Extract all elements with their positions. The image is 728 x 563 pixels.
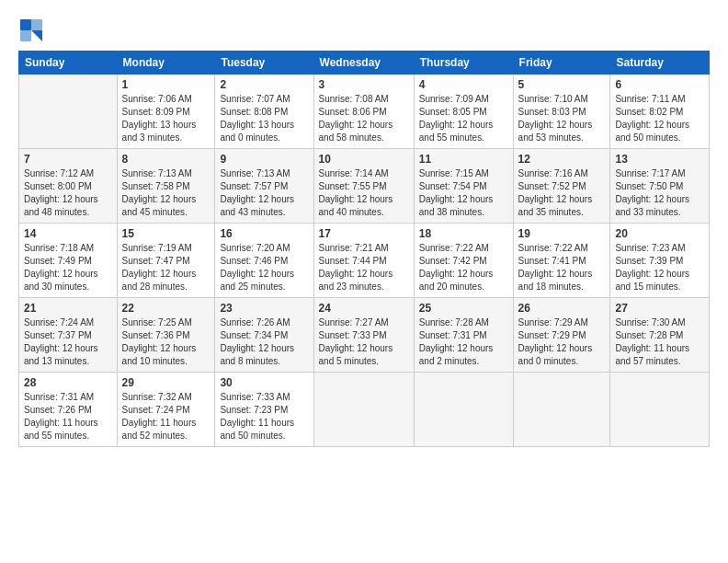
day-info: Sunrise: 7:06 AMSunset: 8:09 PMDaylight:… <box>122 93 210 144</box>
logo <box>18 17 46 43</box>
day-info: Sunrise: 7:29 AMSunset: 7:29 PMDaylight:… <box>518 316 606 368</box>
calendar-cell: 1Sunrise: 7:06 AMSunset: 8:09 PMDaylight… <box>117 75 215 149</box>
calendar-cell: 25Sunrise: 7:28 AMSunset: 7:31 PMDayligh… <box>414 298 513 373</box>
day-info: Sunrise: 7:27 AMSunset: 7:33 PMDaylight:… <box>319 316 409 368</box>
day-number: 24 <box>319 302 409 315</box>
day-number: 26 <box>518 302 606 315</box>
day-number: 16 <box>220 227 308 240</box>
calendar-cell: 7Sunrise: 7:12 AMSunset: 8:00 PMDaylight… <box>19 149 118 224</box>
weekday-header-friday: Friday <box>513 52 610 75</box>
day-info: Sunrise: 7:25 AMSunset: 7:36 PMDaylight:… <box>122 316 210 368</box>
day-number: 6 <box>615 78 704 91</box>
calendar-cell: 29Sunrise: 7:32 AMSunset: 7:24 PMDayligh… <box>117 373 215 447</box>
calendar-cell: 24Sunrise: 7:27 AMSunset: 7:33 PMDayligh… <box>313 298 414 373</box>
day-info: Sunrise: 7:28 AMSunset: 7:31 PMDaylight:… <box>419 316 508 368</box>
calendar-cell: 19Sunrise: 7:22 AMSunset: 7:41 PMDayligh… <box>513 224 610 298</box>
calendar-cell: 9Sunrise: 7:13 AMSunset: 7:57 PMDaylight… <box>215 149 313 224</box>
day-number: 15 <box>122 227 210 240</box>
day-info: Sunrise: 7:24 AMSunset: 7:37 PMDaylight:… <box>24 316 112 368</box>
day-info: Sunrise: 7:11 AMSunset: 8:02 PMDaylight:… <box>615 93 704 144</box>
calendar-cell: 4Sunrise: 7:09 AMSunset: 8:05 PMDaylight… <box>414 75 513 149</box>
calendar-cell: 28Sunrise: 7:31 AMSunset: 7:26 PMDayligh… <box>19 373 118 447</box>
day-info: Sunrise: 7:20 AMSunset: 7:46 PMDaylight:… <box>220 242 308 293</box>
calendar-cell <box>19 75 118 149</box>
svg-rect-1 <box>31 19 42 30</box>
day-info: Sunrise: 7:16 AMSunset: 7:52 PMDaylight:… <box>518 167 606 219</box>
day-number: 22 <box>122 302 210 315</box>
day-info: Sunrise: 7:26 AMSunset: 7:34 PMDaylight:… <box>220 316 308 368</box>
day-info: Sunrise: 7:13 AMSunset: 7:58 PMDaylight:… <box>122 167 210 219</box>
day-number: 9 <box>220 153 308 166</box>
day-info: Sunrise: 7:08 AMSunset: 8:06 PMDaylight:… <box>319 93 409 144</box>
day-number: 1 <box>122 78 210 91</box>
calendar-cell: 11Sunrise: 7:15 AMSunset: 7:54 PMDayligh… <box>414 149 513 224</box>
day-number: 21 <box>24 302 112 315</box>
day-info: Sunrise: 7:10 AMSunset: 8:03 PMDaylight:… <box>518 93 606 144</box>
calendar-cell: 17Sunrise: 7:21 AMSunset: 7:44 PMDayligh… <box>313 224 414 298</box>
day-number: 10 <box>319 153 409 166</box>
weekday-header-thursday: Thursday <box>414 52 513 75</box>
calendar-cell: 30Sunrise: 7:33 AMSunset: 7:23 PMDayligh… <box>215 373 313 447</box>
day-number: 25 <box>419 302 508 315</box>
day-info: Sunrise: 7:22 AMSunset: 7:42 PMDaylight:… <box>419 242 508 293</box>
day-number: 29 <box>122 376 210 389</box>
calendar: SundayMondayTuesdayWednesdayThursdayFrid… <box>18 51 710 447</box>
day-info: Sunrise: 7:21 AMSunset: 7:44 PMDaylight:… <box>319 242 409 293</box>
day-info: Sunrise: 7:33 AMSunset: 7:23 PMDaylight:… <box>220 391 308 442</box>
day-info: Sunrise: 7:07 AMSunset: 8:08 PMDaylight:… <box>220 93 308 144</box>
day-number: 30 <box>220 376 308 389</box>
calendar-cell <box>313 373 414 447</box>
day-info: Sunrise: 7:17 AMSunset: 7:50 PMDaylight:… <box>615 167 704 219</box>
calendar-cell: 22Sunrise: 7:25 AMSunset: 7:36 PMDayligh… <box>117 298 215 373</box>
day-info: Sunrise: 7:18 AMSunset: 7:49 PMDaylight:… <box>24 242 112 293</box>
calendar-cell: 20Sunrise: 7:23 AMSunset: 7:39 PMDayligh… <box>610 224 710 298</box>
calendar-cell: 15Sunrise: 7:19 AMSunset: 7:47 PMDayligh… <box>117 224 215 298</box>
calendar-cell: 5Sunrise: 7:10 AMSunset: 8:03 PMDaylight… <box>513 75 610 149</box>
day-number: 11 <box>419 153 508 166</box>
day-number: 7 <box>24 153 112 166</box>
day-number: 12 <box>518 153 606 166</box>
day-number: 8 <box>122 153 210 166</box>
svg-rect-2 <box>20 30 31 41</box>
calendar-cell: 8Sunrise: 7:13 AMSunset: 7:58 PMDaylight… <box>117 149 215 224</box>
day-number: 13 <box>615 153 704 166</box>
svg-rect-0 <box>20 19 31 30</box>
weekday-header-saturday: Saturday <box>610 52 710 75</box>
weekday-header-sunday: Sunday <box>19 52 118 75</box>
day-info: Sunrise: 7:12 AMSunset: 8:00 PMDaylight:… <box>24 167 112 219</box>
calendar-cell: 2Sunrise: 7:07 AMSunset: 8:08 PMDaylight… <box>215 75 313 149</box>
calendar-cell: 3Sunrise: 7:08 AMSunset: 8:06 PMDaylight… <box>313 75 414 149</box>
calendar-cell: 6Sunrise: 7:11 AMSunset: 8:02 PMDaylight… <box>610 75 710 149</box>
calendar-cell: 10Sunrise: 7:14 AMSunset: 7:55 PMDayligh… <box>313 149 414 224</box>
day-number: 14 <box>24 227 112 240</box>
day-info: Sunrise: 7:15 AMSunset: 7:54 PMDaylight:… <box>419 167 508 219</box>
day-info: Sunrise: 7:30 AMSunset: 7:28 PMDaylight:… <box>615 316 704 368</box>
day-info: Sunrise: 7:32 AMSunset: 7:24 PMDaylight:… <box>122 391 210 442</box>
day-number: 20 <box>615 227 704 240</box>
calendar-cell: 21Sunrise: 7:24 AMSunset: 7:37 PMDayligh… <box>19 298 118 373</box>
day-info: Sunrise: 7:22 AMSunset: 7:41 PMDaylight:… <box>518 242 606 293</box>
day-number: 17 <box>319 227 409 240</box>
calendar-cell: 18Sunrise: 7:22 AMSunset: 7:42 PMDayligh… <box>414 224 513 298</box>
calendar-cell: 14Sunrise: 7:18 AMSunset: 7:49 PMDayligh… <box>19 224 118 298</box>
weekday-header-monday: Monday <box>117 52 215 75</box>
weekday-header-wednesday: Wednesday <box>313 52 414 75</box>
svg-marker-3 <box>31 30 42 41</box>
day-number: 3 <box>319 78 409 91</box>
day-number: 23 <box>220 302 308 315</box>
weekday-header-tuesday: Tuesday <box>215 52 313 75</box>
calendar-cell <box>610 373 710 447</box>
calendar-cell: 26Sunrise: 7:29 AMSunset: 7:29 PMDayligh… <box>513 298 610 373</box>
day-number: 18 <box>419 227 508 240</box>
day-number: 19 <box>518 227 606 240</box>
day-number: 2 <box>220 78 308 91</box>
calendar-cell: 27Sunrise: 7:30 AMSunset: 7:28 PMDayligh… <box>610 298 710 373</box>
day-info: Sunrise: 7:19 AMSunset: 7:47 PMDaylight:… <box>122 242 210 293</box>
calendar-cell <box>513 373 610 447</box>
day-number: 4 <box>419 78 508 91</box>
day-number: 27 <box>615 302 704 315</box>
day-info: Sunrise: 7:23 AMSunset: 7:39 PMDaylight:… <box>615 242 704 293</box>
calendar-cell: 12Sunrise: 7:16 AMSunset: 7:52 PMDayligh… <box>513 149 610 224</box>
day-info: Sunrise: 7:09 AMSunset: 8:05 PMDaylight:… <box>419 93 508 144</box>
calendar-cell: 13Sunrise: 7:17 AMSunset: 7:50 PMDayligh… <box>610 149 710 224</box>
